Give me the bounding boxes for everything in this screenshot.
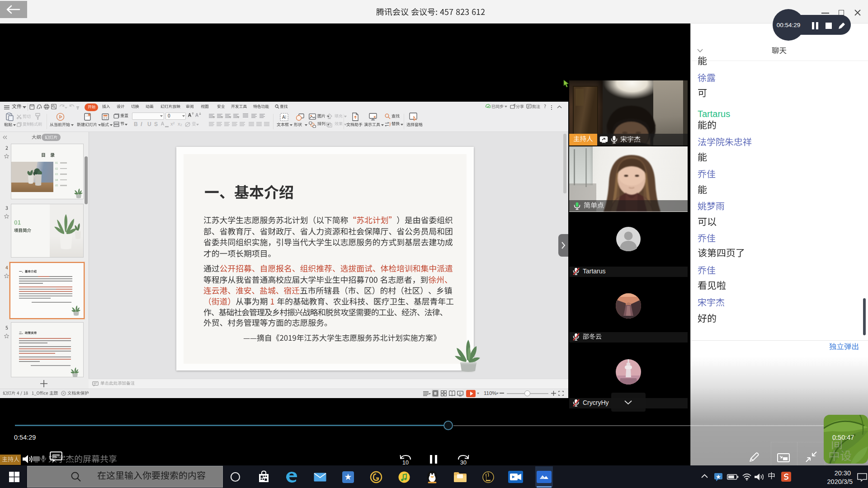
svg-text:10: 10 bbox=[402, 460, 409, 466]
svg-text:30: 30 bbox=[460, 460, 467, 466]
svg-text:A: A bbox=[282, 115, 285, 120]
